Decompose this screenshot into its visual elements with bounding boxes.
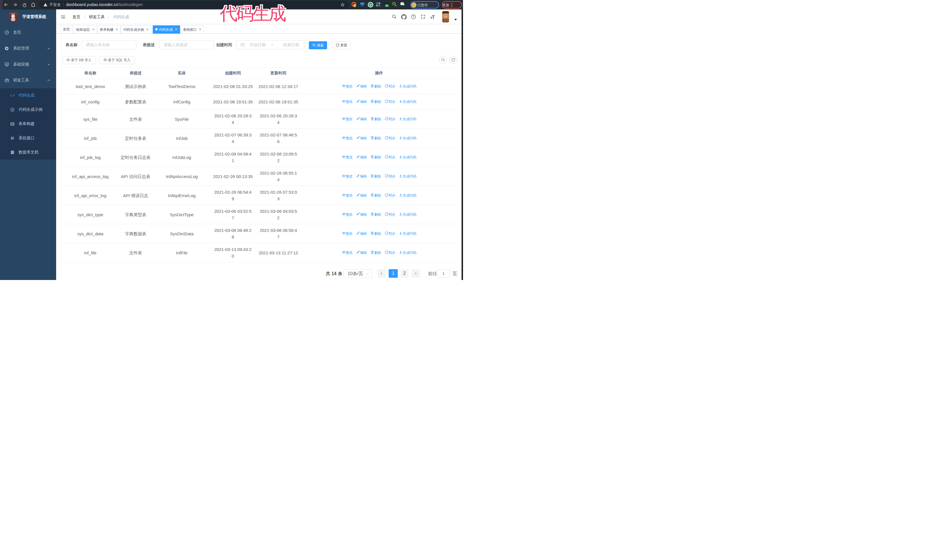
svg-text:on: on: [386, 5, 388, 6]
svg-text:1: 1: [354, 4, 355, 7]
